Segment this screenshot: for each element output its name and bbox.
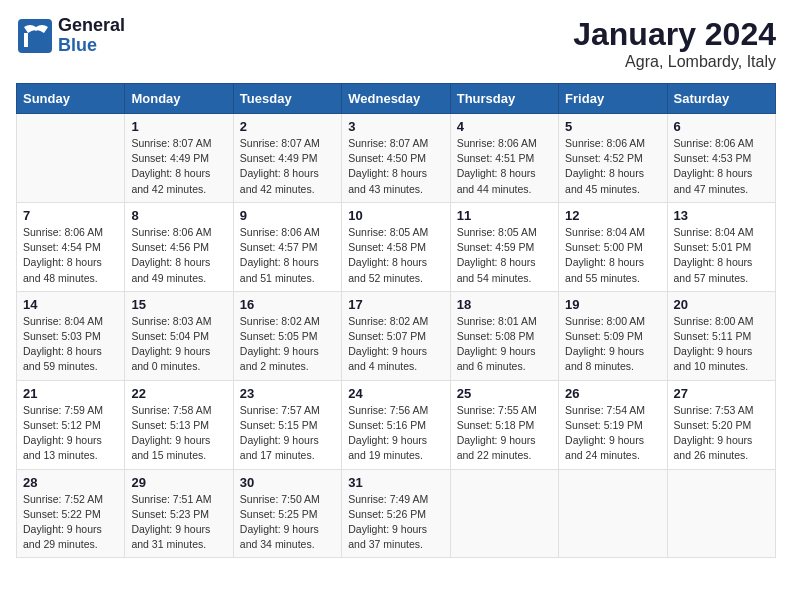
calendar-cell: 12Sunrise: 8:04 AM Sunset: 5:00 PM Dayli… — [559, 202, 667, 291]
calendar-cell: 27Sunrise: 7:53 AM Sunset: 5:20 PM Dayli… — [667, 380, 775, 469]
day-info: Sunrise: 7:52 AM Sunset: 5:22 PM Dayligh… — [23, 492, 118, 553]
calendar-cell: 2Sunrise: 8:07 AM Sunset: 4:49 PM Daylig… — [233, 114, 341, 203]
day-number: 8 — [131, 208, 226, 223]
calendar-cell: 21Sunrise: 7:59 AM Sunset: 5:12 PM Dayli… — [17, 380, 125, 469]
page-title: January 2024 — [573, 16, 776, 53]
day-number: 6 — [674, 119, 769, 134]
day-info: Sunrise: 7:51 AM Sunset: 5:23 PM Dayligh… — [131, 492, 226, 553]
day-number: 23 — [240, 386, 335, 401]
day-info: Sunrise: 8:06 AM Sunset: 4:54 PM Dayligh… — [23, 225, 118, 286]
day-info: Sunrise: 8:06 AM Sunset: 4:57 PM Dayligh… — [240, 225, 335, 286]
calendar-cell: 5Sunrise: 8:06 AM Sunset: 4:52 PM Daylig… — [559, 114, 667, 203]
calendar-cell: 14Sunrise: 8:04 AM Sunset: 5:03 PM Dayli… — [17, 291, 125, 380]
day-info: Sunrise: 7:54 AM Sunset: 5:19 PM Dayligh… — [565, 403, 660, 464]
day-info: Sunrise: 8:07 AM Sunset: 4:50 PM Dayligh… — [348, 136, 443, 197]
calendar-cell — [17, 114, 125, 203]
calendar-cell: 4Sunrise: 8:06 AM Sunset: 4:51 PM Daylig… — [450, 114, 558, 203]
calendar-cell: 15Sunrise: 8:03 AM Sunset: 5:04 PM Dayli… — [125, 291, 233, 380]
calendar-cell: 29Sunrise: 7:51 AM Sunset: 5:23 PM Dayli… — [125, 469, 233, 558]
day-info: Sunrise: 8:04 AM Sunset: 5:00 PM Dayligh… — [565, 225, 660, 286]
day-info: Sunrise: 7:59 AM Sunset: 5:12 PM Dayligh… — [23, 403, 118, 464]
day-number: 31 — [348, 475, 443, 490]
day-info: Sunrise: 8:06 AM Sunset: 4:53 PM Dayligh… — [674, 136, 769, 197]
svg-rect-1 — [24, 33, 28, 47]
calendar-cell: 31Sunrise: 7:49 AM Sunset: 5:26 PM Dayli… — [342, 469, 450, 558]
day-info: Sunrise: 8:07 AM Sunset: 4:49 PM Dayligh… — [131, 136, 226, 197]
day-info: Sunrise: 8:02 AM Sunset: 5:07 PM Dayligh… — [348, 314, 443, 375]
calendar-week-row: 7Sunrise: 8:06 AM Sunset: 4:54 PM Daylig… — [17, 202, 776, 291]
day-number: 24 — [348, 386, 443, 401]
day-number: 3 — [348, 119, 443, 134]
day-number: 26 — [565, 386, 660, 401]
day-info: Sunrise: 8:05 AM Sunset: 4:59 PM Dayligh… — [457, 225, 552, 286]
calendar-cell: 16Sunrise: 8:02 AM Sunset: 5:05 PM Dayli… — [233, 291, 341, 380]
logo-text-blue: Blue — [58, 36, 125, 56]
day-info: Sunrise: 7:56 AM Sunset: 5:16 PM Dayligh… — [348, 403, 443, 464]
day-number: 9 — [240, 208, 335, 223]
day-number: 13 — [674, 208, 769, 223]
day-info: Sunrise: 7:50 AM Sunset: 5:25 PM Dayligh… — [240, 492, 335, 553]
day-info: Sunrise: 7:53 AM Sunset: 5:20 PM Dayligh… — [674, 403, 769, 464]
day-number: 20 — [674, 297, 769, 312]
day-info: Sunrise: 7:58 AM Sunset: 5:13 PM Dayligh… — [131, 403, 226, 464]
weekday-header: Friday — [559, 84, 667, 114]
day-info: Sunrise: 8:04 AM Sunset: 5:03 PM Dayligh… — [23, 314, 118, 375]
day-number: 25 — [457, 386, 552, 401]
page-header: General Blue January 2024 Agra, Lombardy… — [16, 16, 776, 71]
day-info: Sunrise: 7:49 AM Sunset: 5:26 PM Dayligh… — [348, 492, 443, 553]
calendar-cell: 24Sunrise: 7:56 AM Sunset: 5:16 PM Dayli… — [342, 380, 450, 469]
day-number: 17 — [348, 297, 443, 312]
calendar-cell: 11Sunrise: 8:05 AM Sunset: 4:59 PM Dayli… — [450, 202, 558, 291]
day-number: 12 — [565, 208, 660, 223]
day-info: Sunrise: 8:06 AM Sunset: 4:51 PM Dayligh… — [457, 136, 552, 197]
day-number: 7 — [23, 208, 118, 223]
day-number: 22 — [131, 386, 226, 401]
weekday-header: Tuesday — [233, 84, 341, 114]
day-number: 11 — [457, 208, 552, 223]
weekday-header: Thursday — [450, 84, 558, 114]
day-number: 21 — [23, 386, 118, 401]
weekday-header: Monday — [125, 84, 233, 114]
day-info: Sunrise: 8:04 AM Sunset: 5:01 PM Dayligh… — [674, 225, 769, 286]
day-info: Sunrise: 8:01 AM Sunset: 5:08 PM Dayligh… — [457, 314, 552, 375]
calendar-cell: 10Sunrise: 8:05 AM Sunset: 4:58 PM Dayli… — [342, 202, 450, 291]
calendar-cell: 13Sunrise: 8:04 AM Sunset: 5:01 PM Dayli… — [667, 202, 775, 291]
day-number: 14 — [23, 297, 118, 312]
day-number: 28 — [23, 475, 118, 490]
weekday-header: Wednesday — [342, 84, 450, 114]
calendar-cell: 23Sunrise: 7:57 AM Sunset: 5:15 PM Dayli… — [233, 380, 341, 469]
calendar-cell: 6Sunrise: 8:06 AM Sunset: 4:53 PM Daylig… — [667, 114, 775, 203]
weekday-header: Saturday — [667, 84, 775, 114]
calendar-cell: 19Sunrise: 8:00 AM Sunset: 5:09 PM Dayli… — [559, 291, 667, 380]
logo-icon — [16, 17, 54, 55]
calendar-cell: 8Sunrise: 8:06 AM Sunset: 4:56 PM Daylig… — [125, 202, 233, 291]
logo: General Blue — [16, 16, 125, 56]
calendar-cell: 30Sunrise: 7:50 AM Sunset: 5:25 PM Dayli… — [233, 469, 341, 558]
calendar-week-row: 1Sunrise: 8:07 AM Sunset: 4:49 PM Daylig… — [17, 114, 776, 203]
calendar-cell: 17Sunrise: 8:02 AM Sunset: 5:07 PM Dayli… — [342, 291, 450, 380]
calendar-cell: 22Sunrise: 7:58 AM Sunset: 5:13 PM Dayli… — [125, 380, 233, 469]
day-number: 19 — [565, 297, 660, 312]
calendar-cell — [450, 469, 558, 558]
day-info: Sunrise: 8:05 AM Sunset: 4:58 PM Dayligh… — [348, 225, 443, 286]
calendar-cell: 28Sunrise: 7:52 AM Sunset: 5:22 PM Dayli… — [17, 469, 125, 558]
day-info: Sunrise: 8:00 AM Sunset: 5:11 PM Dayligh… — [674, 314, 769, 375]
day-number: 29 — [131, 475, 226, 490]
day-info: Sunrise: 7:57 AM Sunset: 5:15 PM Dayligh… — [240, 403, 335, 464]
day-number: 27 — [674, 386, 769, 401]
calendar-cell: 26Sunrise: 7:54 AM Sunset: 5:19 PM Dayli… — [559, 380, 667, 469]
calendar-cell: 18Sunrise: 8:01 AM Sunset: 5:08 PM Dayli… — [450, 291, 558, 380]
calendar-cell: 3Sunrise: 8:07 AM Sunset: 4:50 PM Daylig… — [342, 114, 450, 203]
calendar-cell: 7Sunrise: 8:06 AM Sunset: 4:54 PM Daylig… — [17, 202, 125, 291]
calendar-cell: 20Sunrise: 8:00 AM Sunset: 5:11 PM Dayli… — [667, 291, 775, 380]
title-block: January 2024 Agra, Lombardy, Italy — [573, 16, 776, 71]
day-number: 4 — [457, 119, 552, 134]
day-number: 2 — [240, 119, 335, 134]
day-info: Sunrise: 8:06 AM Sunset: 4:52 PM Dayligh… — [565, 136, 660, 197]
calendar-table: SundayMondayTuesdayWednesdayThursdayFrid… — [16, 83, 776, 558]
calendar-week-row: 28Sunrise: 7:52 AM Sunset: 5:22 PM Dayli… — [17, 469, 776, 558]
day-number: 18 — [457, 297, 552, 312]
day-info: Sunrise: 8:00 AM Sunset: 5:09 PM Dayligh… — [565, 314, 660, 375]
weekday-header: Sunday — [17, 84, 125, 114]
calendar-week-row: 21Sunrise: 7:59 AM Sunset: 5:12 PM Dayli… — [17, 380, 776, 469]
